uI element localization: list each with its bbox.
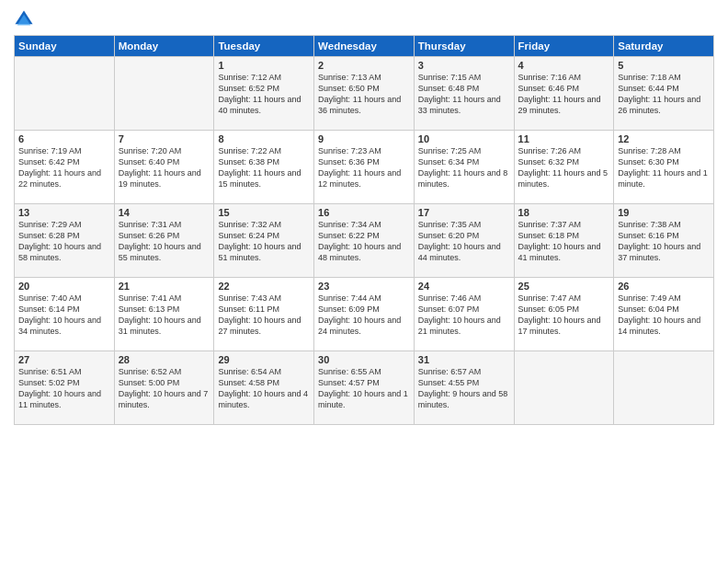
day-info: Sunrise: 7:12 AM Sunset: 6:52 PM Dayligh…	[218, 72, 310, 117]
day-number: 28	[119, 354, 210, 365]
day-cell: 15Sunrise: 7:32 AM Sunset: 6:24 PM Dayli…	[214, 204, 314, 278]
day-number: 19	[618, 207, 710, 218]
day-number: 1	[218, 60, 310, 71]
day-number: 30	[318, 354, 410, 365]
day-info: Sunrise: 7:32 AM Sunset: 6:24 PM Dayligh…	[218, 219, 310, 264]
header-row: SundayMondayTuesdayWednesdayThursdayFrid…	[15, 36, 714, 57]
day-info: Sunrise: 7:41 AM Sunset: 6:13 PM Dayligh…	[119, 293, 210, 338]
day-number: 7	[119, 133, 210, 144]
day-info: Sunrise: 7:15 AM Sunset: 6:48 PM Dayligh…	[418, 72, 510, 117]
day-cell: 16Sunrise: 7:34 AM Sunset: 6:22 PM Dayli…	[314, 204, 415, 278]
logo-icon	[14, 9, 34, 29]
day-cell: 10Sunrise: 7:25 AM Sunset: 6:34 PM Dayli…	[414, 131, 514, 204]
day-cell: 23Sunrise: 7:44 AM Sunset: 6:09 PM Dayli…	[314, 278, 415, 351]
day-cell: 4Sunrise: 7:16 AM Sunset: 6:46 PM Daylig…	[514, 57, 614, 131]
day-cell: 18Sunrise: 7:37 AM Sunset: 6:18 PM Dayli…	[514, 204, 614, 278]
day-info: Sunrise: 7:46 AM Sunset: 6:07 PM Dayligh…	[418, 293, 510, 338]
week-row-5: 27Sunrise: 6:51 AM Sunset: 5:02 PM Dayli…	[15, 351, 714, 425]
day-cell	[514, 351, 614, 425]
day-info: Sunrise: 7:37 AM Sunset: 6:18 PM Dayligh…	[518, 219, 610, 264]
day-info: Sunrise: 7:26 AM Sunset: 6:32 PM Dayligh…	[518, 145, 610, 190]
day-number: 8	[218, 133, 310, 144]
day-info: Sunrise: 6:52 AM Sunset: 5:00 PM Dayligh…	[119, 366, 210, 411]
day-cell: 13Sunrise: 7:29 AM Sunset: 6:28 PM Dayli…	[15, 204, 115, 278]
day-cell: 28Sunrise: 6:52 AM Sunset: 5:00 PM Dayli…	[114, 351, 214, 425]
day-info: Sunrise: 7:47 AM Sunset: 6:05 PM Dayligh…	[518, 293, 610, 338]
day-info: Sunrise: 7:44 AM Sunset: 6:09 PM Dayligh…	[318, 293, 410, 338]
day-number: 15	[218, 207, 310, 218]
day-info: Sunrise: 7:43 AM Sunset: 6:11 PM Dayligh…	[218, 293, 310, 338]
day-info: Sunrise: 7:23 AM Sunset: 6:36 PM Dayligh…	[318, 145, 410, 190]
day-cell	[114, 57, 214, 131]
day-info: Sunrise: 7:25 AM Sunset: 6:34 PM Dayligh…	[418, 145, 510, 190]
day-cell: 19Sunrise: 7:38 AM Sunset: 6:16 PM Dayli…	[614, 204, 714, 278]
day-cell: 12Sunrise: 7:28 AM Sunset: 6:30 PM Dayli…	[614, 131, 714, 204]
day-info: Sunrise: 7:35 AM Sunset: 6:20 PM Dayligh…	[418, 219, 510, 264]
day-info: Sunrise: 7:19 AM Sunset: 6:42 PM Dayligh…	[18, 145, 110, 190]
day-number: 29	[218, 354, 310, 365]
day-info: Sunrise: 7:28 AM Sunset: 6:30 PM Dayligh…	[618, 145, 710, 190]
day-cell: 25Sunrise: 7:47 AM Sunset: 6:05 PM Dayli…	[514, 278, 614, 351]
day-number: 11	[518, 133, 610, 144]
day-info: Sunrise: 7:40 AM Sunset: 6:14 PM Dayligh…	[18, 293, 110, 338]
col-header-monday: Monday	[114, 36, 214, 57]
day-cell: 2Sunrise: 7:13 AM Sunset: 6:50 PM Daylig…	[314, 57, 415, 131]
day-number: 10	[418, 133, 510, 144]
day-cell	[614, 351, 714, 425]
day-cell: 20Sunrise: 7:40 AM Sunset: 6:14 PM Dayli…	[15, 278, 115, 351]
day-info: Sunrise: 7:16 AM Sunset: 6:46 PM Dayligh…	[518, 72, 610, 117]
day-number: 4	[518, 60, 610, 71]
day-cell: 24Sunrise: 7:46 AM Sunset: 6:07 PM Dayli…	[414, 278, 514, 351]
col-header-tuesday: Tuesday	[214, 36, 314, 57]
logo	[14, 9, 38, 29]
day-cell: 11Sunrise: 7:26 AM Sunset: 6:32 PM Dayli…	[514, 131, 614, 204]
day-cell: 8Sunrise: 7:22 AM Sunset: 6:38 PM Daylig…	[214, 131, 314, 204]
day-cell: 14Sunrise: 7:31 AM Sunset: 6:26 PM Dayli…	[114, 204, 214, 278]
day-number: 24	[418, 281, 510, 292]
calendar-page: SundayMondayTuesdayWednesdayThursdayFrid…	[0, 0, 728, 563]
day-number: 2	[318, 60, 410, 71]
day-cell: 6Sunrise: 7:19 AM Sunset: 6:42 PM Daylig…	[15, 131, 115, 204]
day-info: Sunrise: 6:54 AM Sunset: 4:58 PM Dayligh…	[218, 366, 310, 411]
col-header-sunday: Sunday	[15, 36, 115, 57]
day-info: Sunrise: 7:38 AM Sunset: 6:16 PM Dayligh…	[618, 219, 710, 264]
day-cell: 31Sunrise: 6:57 AM Sunset: 4:55 PM Dayli…	[414, 351, 514, 425]
day-info: Sunrise: 7:22 AM Sunset: 6:38 PM Dayligh…	[218, 145, 310, 190]
day-number: 6	[18, 133, 110, 144]
header	[14, 9, 714, 29]
week-row-2: 6Sunrise: 7:19 AM Sunset: 6:42 PM Daylig…	[15, 131, 714, 204]
day-info: Sunrise: 6:57 AM Sunset: 4:55 PM Dayligh…	[418, 366, 510, 411]
day-number: 5	[618, 60, 710, 71]
col-header-wednesday: Wednesday	[314, 36, 415, 57]
col-header-thursday: Thursday	[414, 36, 514, 57]
day-cell: 7Sunrise: 7:20 AM Sunset: 6:40 PM Daylig…	[114, 131, 214, 204]
day-cell: 5Sunrise: 7:18 AM Sunset: 6:44 PM Daylig…	[614, 57, 714, 131]
day-info: Sunrise: 7:49 AM Sunset: 6:04 PM Dayligh…	[618, 293, 710, 338]
day-number: 9	[318, 133, 410, 144]
day-cell: 21Sunrise: 7:41 AM Sunset: 6:13 PM Dayli…	[114, 278, 214, 351]
day-number: 18	[518, 207, 610, 218]
day-cell: 27Sunrise: 6:51 AM Sunset: 5:02 PM Dayli…	[15, 351, 115, 425]
day-number: 20	[18, 281, 110, 292]
day-number: 14	[119, 207, 210, 218]
day-info: Sunrise: 7:20 AM Sunset: 6:40 PM Dayligh…	[119, 145, 210, 190]
day-info: Sunrise: 6:55 AM Sunset: 4:57 PM Dayligh…	[318, 366, 410, 411]
day-number: 25	[518, 281, 610, 292]
day-number: 23	[318, 281, 410, 292]
day-cell: 26Sunrise: 7:49 AM Sunset: 6:04 PM Dayli…	[614, 278, 714, 351]
day-number: 22	[218, 281, 310, 292]
day-info: Sunrise: 7:13 AM Sunset: 6:50 PM Dayligh…	[318, 72, 410, 117]
calendar-table: SundayMondayTuesdayWednesdayThursdayFrid…	[14, 35, 714, 425]
day-number: 17	[418, 207, 510, 218]
day-info: Sunrise: 7:18 AM Sunset: 6:44 PM Dayligh…	[618, 72, 710, 117]
day-number: 31	[418, 354, 510, 365]
day-number: 13	[18, 207, 110, 218]
day-number: 3	[418, 60, 510, 71]
day-info: Sunrise: 7:34 AM Sunset: 6:22 PM Dayligh…	[318, 219, 410, 264]
week-row-4: 20Sunrise: 7:40 AM Sunset: 6:14 PM Dayli…	[15, 278, 714, 351]
day-number: 21	[119, 281, 210, 292]
day-info: Sunrise: 6:51 AM Sunset: 5:02 PM Dayligh…	[18, 366, 110, 411]
day-number: 26	[618, 281, 710, 292]
day-cell	[15, 57, 115, 131]
day-cell: 17Sunrise: 7:35 AM Sunset: 6:20 PM Dayli…	[414, 204, 514, 278]
